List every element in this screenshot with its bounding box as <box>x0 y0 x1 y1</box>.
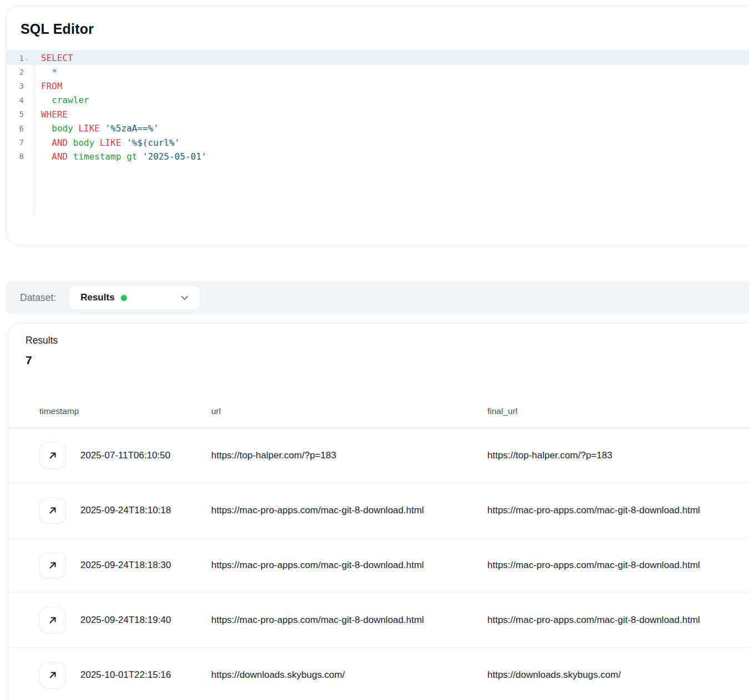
table-row: 2025-09-24T18:19:40https://mac-pro-apps.… <box>8 593 749 648</box>
code-line[interactable]: 5WHERE <box>6 108 749 121</box>
dataset-bar: Dataset: Results <box>6 281 749 314</box>
table-row: 2025-10-01T22:15:16https://downloads.sky… <box>8 648 749 700</box>
code-lines: 1⌄SELECT2 *3FROM4 crawler5WHERE6 body LI… <box>6 51 749 163</box>
code-line[interactable]: 3FROM <box>6 79 749 93</box>
url-value: https://downloads.skybugs.com/ <box>211 670 487 681</box>
open-row-button[interactable] <box>39 497 66 524</box>
results-table-header: timestamp url final_url <box>8 395 749 428</box>
results-title: Results <box>8 323 749 346</box>
timestamp-value: 2025-09-24T18:18:30 <box>80 560 171 571</box>
timestamp-value: 2025-07-11T06:10:50 <box>80 450 170 461</box>
timestamp-value: 2025-10-01T22:15:16 <box>80 670 171 681</box>
line-number: 5 <box>6 110 35 119</box>
column-header-url: url <box>211 406 487 416</box>
open-row-button[interactable] <box>39 607 66 633</box>
code-line[interactable]: 8 AND timestamp gt '2025-05-01' <box>6 150 749 163</box>
table-row: 2025-09-24T18:10:18https://mac-pro-apps.… <box>8 483 749 538</box>
code-text: body LIKE '%5zaA==%' <box>35 123 159 134</box>
code-line[interactable]: 1⌄SELECT <box>6 51 749 65</box>
table-row: 2025-09-24T18:18:30https://mac-pro-apps.… <box>8 538 749 593</box>
timestamp-cell: 2025-09-24T18:10:18 <box>39 497 211 524</box>
results-panel: Results 7 timestamp url final_url 2025-0… <box>8 323 749 700</box>
sql-code-editor[interactable]: 1⌄SELECT2 *3FROM4 crawler5WHERE6 body LI… <box>6 50 749 214</box>
timestamp-value: 2025-09-24T18:10:18 <box>80 505 171 516</box>
final-url-value: https://mac-pro-apps.com/mac-git-8-downl… <box>487 560 749 571</box>
url-value: https://mac-pro-apps.com/mac-git-8-downl… <box>211 560 487 571</box>
final-url-value: https://downloads.skybugs.com/ <box>487 670 749 681</box>
open-row-button[interactable] <box>39 662 66 688</box>
final-url-value: https://mac-pro-apps.com/mac-git-8-downl… <box>487 615 749 626</box>
dataset-label: Dataset: <box>20 292 56 304</box>
timestamp-cell: 2025-09-24T18:19:40 <box>39 607 211 633</box>
sql-editor-panel: SQL Editor 1⌄SELECT2 *3FROM4 crawler5WHE… <box>6 6 749 246</box>
code-text: SELECT <box>35 53 73 63</box>
final-url-value: https://top-halper.com/?p=183 <box>487 450 749 461</box>
dataset-select-dropdown[interactable]: Results <box>69 285 200 310</box>
timestamp-value: 2025-09-24T18:19:40 <box>80 615 171 626</box>
final-url-value: https://mac-pro-apps.com/mac-git-8-downl… <box>487 505 749 516</box>
dataset-selected-value: Results <box>80 292 114 303</box>
code-text: * <box>35 67 57 78</box>
url-value: https://mac-pro-apps.com/mac-git-8-downl… <box>211 505 487 516</box>
code-line[interactable]: 7 AND body LIKE '%$(curl%' <box>6 135 749 149</box>
open-row-button[interactable] <box>39 442 66 469</box>
url-value: https://top-halper.com/?p=183 <box>211 450 487 461</box>
line-number: 4 <box>6 96 35 105</box>
line-number: 6 <box>6 124 35 133</box>
code-text: crawler <box>35 95 89 105</box>
code-line[interactable]: 4 crawler <box>6 93 749 107</box>
timestamp-cell: 2025-07-11T06:10:50 <box>39 442 211 469</box>
status-dot-icon <box>121 295 127 301</box>
open-row-button[interactable] <box>39 552 66 579</box>
code-line[interactable]: 2 * <box>6 65 749 79</box>
line-number: 8 <box>6 152 35 161</box>
results-count: 7 <box>8 346 749 367</box>
code-text: AND body LIKE '%$(curl%' <box>35 137 180 148</box>
arrow-up-right-icon <box>47 505 58 516</box>
arrow-up-right-icon <box>47 450 58 461</box>
column-header-final-url: final_url <box>487 406 749 416</box>
url-value: https://mac-pro-apps.com/mac-git-8-downl… <box>211 615 487 626</box>
timestamp-cell: 2025-10-01T22:15:16 <box>39 662 211 688</box>
code-line[interactable]: 6 body LIKE '%5zaA==%' <box>6 121 749 135</box>
arrow-up-right-icon <box>47 670 58 681</box>
arrow-up-right-icon <box>47 560 58 571</box>
arrow-up-right-icon <box>47 615 58 626</box>
line-number: 7 <box>6 138 35 147</box>
line-number: 1⌄ <box>6 54 35 63</box>
column-header-timestamp: timestamp <box>39 406 211 416</box>
timestamp-cell: 2025-09-24T18:18:30 <box>39 552 211 579</box>
chevron-down-icon <box>180 293 190 303</box>
sql-editor-title: SQL Editor <box>6 6 749 50</box>
results-table: timestamp url final_url 2025-07-11T06:10… <box>8 395 749 700</box>
line-number: 2 <box>6 68 35 76</box>
code-text: FROM <box>35 81 63 91</box>
line-number: 3 <box>6 81 35 90</box>
results-table-body: 2025-07-11T06:10:50https://top-halper.co… <box>8 428 749 700</box>
fold-chevron-icon[interactable]: ⌄ <box>25 55 32 61</box>
code-text: WHERE <box>35 109 68 120</box>
code-text: AND timestamp gt '2025-05-01' <box>35 151 207 162</box>
table-row: 2025-07-11T06:10:50https://top-halper.co… <box>8 428 749 483</box>
